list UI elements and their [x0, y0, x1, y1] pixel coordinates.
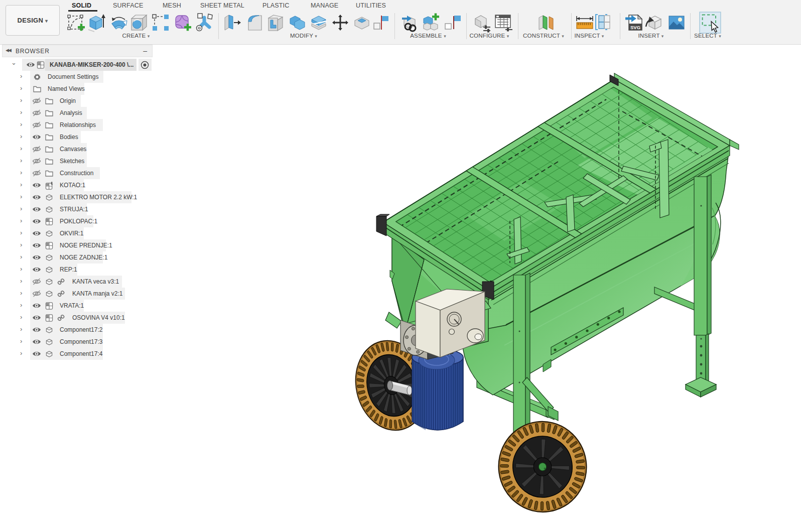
svg-text:SVG: SVG [630, 25, 640, 30]
